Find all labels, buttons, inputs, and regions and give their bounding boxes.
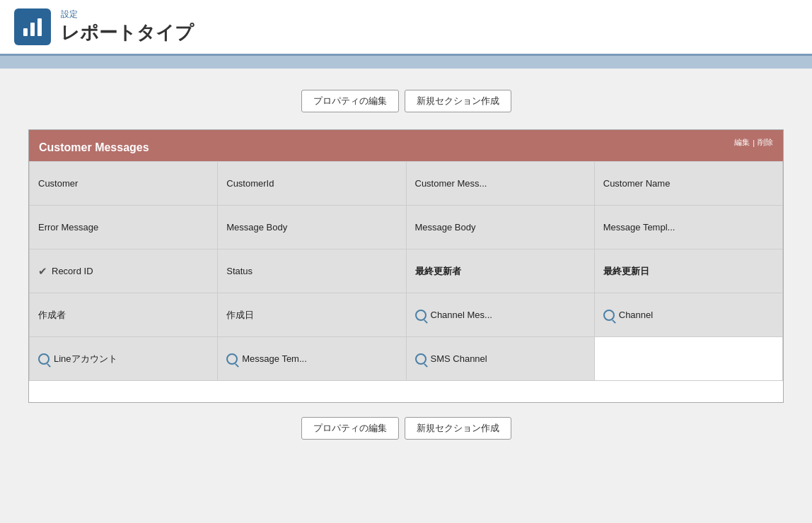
- svg-rect-2: [37, 18, 42, 36]
- table-row: Customer Name: [595, 162, 783, 206]
- search-icon: [603, 310, 615, 321]
- section-wrapper: Customer Messages 編集 | 削除 CustomerCustom…: [28, 129, 784, 403]
- table-row: Message Templ...: [595, 206, 783, 249]
- cell-text: Channel: [619, 310, 653, 320]
- table-row: 作成日: [218, 293, 406, 337]
- section-header: Customer Messages 編集 | 削除: [29, 130, 783, 161]
- table-row: Message Body: [407, 206, 595, 249]
- chart-icon: [21, 16, 44, 38]
- cell-text: Message Tem...: [242, 353, 307, 364]
- search-icon: [415, 310, 427, 321]
- section-edit-link[interactable]: 編集: [734, 137, 750, 147]
- table-row: ✔Record ID: [30, 249, 218, 293]
- cell-text: Customer: [38, 178, 78, 189]
- table-row: Customer Mess...: [407, 162, 595, 206]
- cell-text: CustomerId: [226, 178, 274, 189]
- top-toolbar: プロパティの編集 新規セクション作成: [28, 90, 784, 112]
- header-text: 設定 レポートタイプ: [61, 8, 194, 45]
- header-title: レポートタイプ: [61, 20, 194, 45]
- section-action-divider: |: [753, 139, 755, 147]
- cell-text: 最終更新者: [415, 265, 461, 278]
- cell-text: Status: [226, 266, 253, 276]
- table-row: Customer: [30, 162, 218, 206]
- cell-text: Customer Name: [603, 178, 671, 189]
- search-icon: [38, 353, 50, 365]
- search-icon: [415, 353, 427, 365]
- top-edit-props-button[interactable]: プロパティの編集: [301, 90, 399, 112]
- cell-text: Channel Mes...: [431, 310, 492, 320]
- table-row: [595, 337, 783, 381]
- header-subtitle: 設定: [61, 8, 194, 20]
- cell-text: Record ID: [52, 266, 93, 276]
- table-row: Channel: [595, 293, 783, 337]
- bottom-new-section-button[interactable]: 新規セクション作成: [405, 417, 511, 440]
- watermark-bar: [0, 56, 812, 69]
- svg-rect-0: [23, 28, 28, 36]
- cell-text: 作成者: [38, 309, 66, 322]
- bottom-toolbar: プロパティの編集 新規セクション作成: [28, 417, 784, 440]
- cell-text: Customer Mess...: [415, 178, 487, 189]
- table-row: Message Body: [218, 206, 406, 249]
- table-row: Channel Mes...: [407, 293, 595, 337]
- section-title: Customer Messages: [39, 137, 149, 154]
- page-header: 設定 レポートタイプ: [0, 0, 812, 56]
- main-content: プロパティの編集 新規セクション作成 Customer Messages 編集 …: [0, 69, 812, 493]
- table-row: SMS Channel: [407, 337, 595, 381]
- table-row: 作成者: [30, 293, 218, 337]
- cell-text: Message Body: [226, 222, 287, 233]
- table-row: Message Tem...: [218, 337, 406, 381]
- table-row: Lineアカウント: [30, 337, 218, 381]
- top-new-section-button[interactable]: 新規セクション作成: [405, 90, 511, 112]
- search-icon: [226, 353, 238, 365]
- svg-rect-1: [30, 23, 35, 36]
- cell-text: SMS Channel: [431, 353, 487, 364]
- checkmark-icon: ✔: [38, 265, 47, 278]
- table-row: 最終更新者: [407, 249, 595, 293]
- field-grid: CustomerCustomerIdCustomer Mess...Custom…: [29, 161, 783, 381]
- cell-text: Message Body: [415, 222, 476, 233]
- cell-text: Lineアカウント: [54, 353, 117, 365]
- table-row: Error Message: [30, 206, 218, 249]
- cell-text: 最終更新日: [603, 265, 649, 278]
- cell-text: Message Templ...: [603, 222, 675, 233]
- cell-text: 作成日: [226, 309, 254, 322]
- app-icon: [14, 8, 51, 45]
- table-row: CustomerId: [218, 162, 406, 206]
- bottom-edit-props-button[interactable]: プロパティの編集: [301, 417, 399, 440]
- table-row: Status: [218, 249, 406, 293]
- section-delete-link[interactable]: 削除: [758, 137, 773, 147]
- section-actions: 編集 | 削除: [734, 137, 773, 147]
- table-row: 最終更新日: [595, 249, 783, 293]
- cell-text: Error Message: [38, 222, 98, 233]
